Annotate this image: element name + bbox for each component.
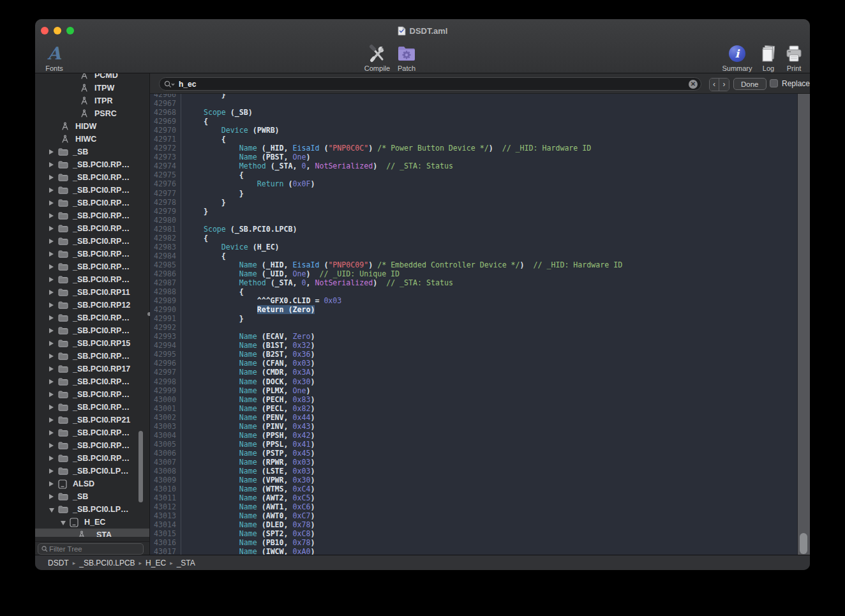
tree-item[interactable]: _SB.PCI0.RP… — [35, 197, 149, 209]
tree-item[interactable]: PCMD — [35, 73, 149, 82]
breadcrumb-item[interactable]: DSDT — [48, 559, 69, 567]
disclosure-closed-icon[interactable] — [49, 200, 58, 206]
disclosure-closed-icon[interactable] — [49, 149, 58, 154]
tree-item[interactable]: _SB — [35, 490, 149, 503]
breadcrumb-item[interactable]: _SB.PCI0.LPCB — [79, 559, 135, 567]
search-icon[interactable] — [164, 80, 175, 88]
token: (H_EC) — [248, 243, 280, 252]
tree-item[interactable]: ITPW — [35, 82, 149, 94]
tree-item[interactable]: HIDW — [35, 120, 149, 133]
disclosure-closed-icon[interactable] — [49, 290, 58, 295]
disclosure-closed-icon[interactable] — [49, 303, 58, 308]
tree-item[interactable]: H_EC — [35, 516, 149, 529]
tree-item[interactable]: _SB.PCI0.RP15 — [35, 337, 149, 350]
filter-field[interactable] — [38, 543, 144, 555]
disclosure-closed-icon[interactable] — [49, 417, 58, 423]
disclosure-closed-icon[interactable] — [49, 328, 58, 333]
find-previous-button[interactable]: ‹ — [710, 79, 719, 91]
tree-item[interactable]: _SB.PCI0.RP… — [35, 171, 149, 184]
disclosure-closed-icon[interactable] — [49, 354, 58, 359]
disclosure-closed-icon[interactable] — [49, 264, 58, 269]
tree-item[interactable]: _SB.PCI0.RP… — [35, 248, 149, 260]
tree-item[interactable]: _SB.PCI0.RP… — [35, 158, 149, 171]
disclosure-open-icon[interactable] — [61, 520, 70, 525]
tree-item[interactable]: _SB.PCI0.RP… — [35, 260, 149, 273]
disclosure-closed-icon[interactable] — [49, 226, 58, 231]
tree-item[interactable]: _SB.PCI0.RP… — [35, 235, 149, 248]
tree-item[interactable]: ITPR — [35, 94, 149, 107]
tree-item[interactable]: _SB.PCI0.RP… — [35, 401, 149, 414]
tree-item[interactable]: _SB.PCI0.LP… — [35, 503, 149, 516]
disclosure-closed-icon[interactable] — [49, 456, 58, 461]
tree-item-label: PSRC — [94, 109, 117, 118]
disclosure-closed-icon[interactable] — [49, 379, 58, 384]
tree-item[interactable]: _SB.PCI0.RP… — [35, 312, 149, 324]
line-number: 43009 — [150, 476, 181, 485]
disclosure-closed-icon[interactable] — [49, 481, 58, 486]
replace-checkbox[interactable] — [770, 79, 778, 87]
sidebar-scrollbar-thumb[interactable] — [138, 431, 143, 502]
tree-item[interactable]: _SB.PCI0.LP… — [35, 465, 149, 477]
breadcrumb-item[interactable]: _STA — [177, 559, 195, 567]
tree-item[interactable]: PSRC — [35, 107, 149, 120]
disclosure-closed-icon[interactable] — [49, 443, 58, 448]
disclosure-closed-icon[interactable] — [49, 366, 58, 372]
find-field[interactable]: ✕ — [159, 77, 701, 91]
disclosure-closed-icon[interactable] — [49, 213, 58, 218]
tree-item[interactable]: _SB.PCI0.RP21 — [35, 414, 149, 426]
code-editor[interactable]: 42966 }4296742968 Scope (_SB)42969 {4297… — [150, 94, 810, 555]
folder-icon — [58, 326, 70, 335]
tree-item-label: _SB.PCI0.RP… — [73, 441, 130, 450]
disclosure-closed-icon[interactable] — [49, 252, 58, 257]
token: (AWT2, — [257, 493, 293, 502]
disclosure-closed-icon[interactable] — [49, 277, 58, 282]
tree-item[interactable]: _SB.PCI0.RP… — [35, 324, 149, 337]
disclosure-closed-icon[interactable] — [49, 315, 58, 320]
toolbar-item-print[interactable]: Print — [771, 43, 810, 72]
tree-item[interactable]: _SB.PCI0.RP… — [35, 222, 149, 235]
tree-item[interactable]: _SB.PCI0.RP17 — [35, 363, 149, 375]
tree-item[interactable]: _SB.PCI0.RP… — [35, 273, 149, 286]
breadcrumb-item[interactable]: H_EC — [146, 559, 166, 567]
code-line: 43016 Name (PB10, 0x78) — [150, 538, 798, 547]
disclosure-closed-icon[interactable] — [49, 175, 58, 180]
tree-item[interactable]: _SB.PCI0.RP… — [35, 426, 149, 439]
tree-item[interactable]: HIWC — [35, 133, 149, 146]
disclosure-closed-icon[interactable] — [49, 405, 58, 410]
disclosure-closed-icon[interactable] — [49, 341, 58, 346]
toolbar-item-fonts[interactable]: A Fonts — [35, 43, 77, 72]
done-button[interactable]: Done — [733, 78, 766, 90]
disclosure-closed-icon[interactable] — [49, 162, 58, 167]
disclosure-closed-icon[interactable] — [49, 469, 58, 474]
folder-icon — [58, 237, 70, 246]
toolbar-item-patch[interactable]: Patch — [384, 43, 430, 72]
tree-item[interactable]: _SB.PCI0.RP… — [35, 375, 149, 388]
token: (B1ST, — [257, 341, 293, 350]
tree-item[interactable]: _SB — [35, 146, 149, 158]
acpi-tree: PCMDITPWITPRPSRCHIDWHIWC_SB_SB.PCI0.RP…_… — [35, 73, 149, 537]
tree-item[interactable]: _SB.PCI0.RP… — [35, 184, 149, 197]
disclosure-closed-icon[interactable] — [49, 188, 58, 193]
tree-item[interactable]: _SB.PCI0.RP… — [35, 452, 149, 465]
clear-search-icon[interactable]: ✕ — [689, 80, 698, 89]
tree-filter-input[interactable] — [48, 545, 143, 553]
tree-item[interactable]: ALSD — [35, 477, 149, 490]
find-input[interactable] — [177, 79, 689, 89]
token: ) — [310, 395, 315, 404]
tree-item[interactable]: _SB.PCI0.RP… — [35, 388, 149, 401]
disclosure-open-icon[interactable] — [49, 507, 58, 513]
find-next-button[interactable]: › — [719, 79, 729, 91]
tree-item[interactable]: _STA — [35, 529, 149, 537]
disclosure-closed-icon[interactable] — [49, 430, 58, 435]
disclosure-closed-icon[interactable] — [49, 392, 58, 397]
editor-scrollbar[interactable] — [797, 94, 810, 555]
tree-item[interactable]: _SB.PCI0.RP12 — [35, 299, 149, 312]
disclosure-closed-icon[interactable] — [49, 239, 58, 244]
line-number: 43010 — [150, 485, 181, 493]
disclosure-closed-icon[interactable] — [49, 494, 58, 499]
tree-item[interactable]: _SB.PCI0.RP… — [35, 350, 149, 363]
editor-scrollbar-thumb[interactable] — [800, 533, 807, 554]
tree-item[interactable]: _SB.PCI0.RP… — [35, 209, 149, 222]
tree-item[interactable]: _SB.PCI0.RP… — [35, 439, 149, 452]
tree-item[interactable]: _SB.PCI0.RP11 — [35, 286, 149, 299]
